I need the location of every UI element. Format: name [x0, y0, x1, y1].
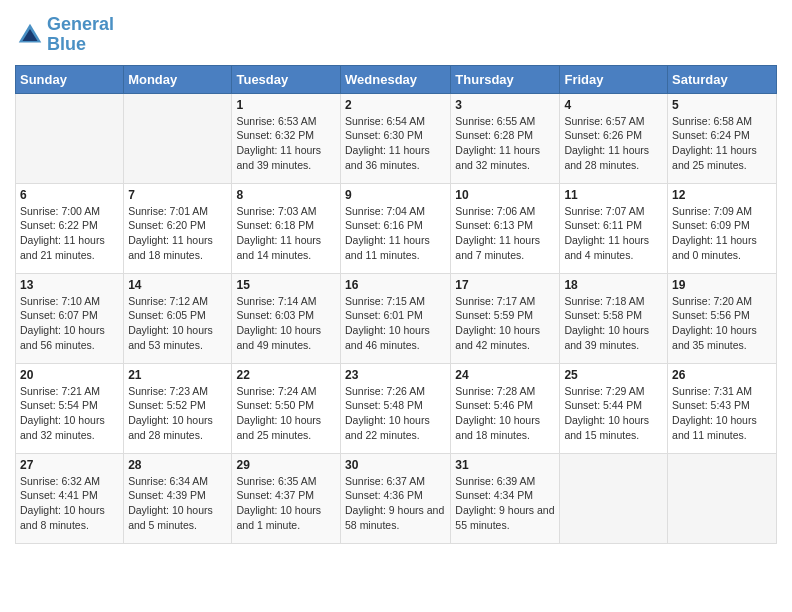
day-number: 15: [236, 278, 336, 292]
week-row-3: 13Sunrise: 7:10 AM Sunset: 6:07 PM Dayli…: [16, 273, 777, 363]
calendar-cell: 2Sunrise: 6:54 AM Sunset: 6:30 PM Daylig…: [341, 93, 451, 183]
calendar-cell: 22Sunrise: 7:24 AM Sunset: 5:50 PM Dayli…: [232, 363, 341, 453]
day-header-thursday: Thursday: [451, 65, 560, 93]
calendar-cell: [124, 93, 232, 183]
day-info: Sunrise: 7:20 AM Sunset: 5:56 PM Dayligh…: [672, 294, 772, 353]
logo-icon: [15, 20, 45, 50]
day-info: Sunrise: 7:28 AM Sunset: 5:46 PM Dayligh…: [455, 384, 555, 443]
day-number: 11: [564, 188, 663, 202]
day-header-monday: Monday: [124, 65, 232, 93]
day-info: Sunrise: 7:00 AM Sunset: 6:22 PM Dayligh…: [20, 204, 119, 263]
calendar-cell: [668, 453, 777, 543]
day-number: 13: [20, 278, 119, 292]
day-info: Sunrise: 7:18 AM Sunset: 5:58 PM Dayligh…: [564, 294, 663, 353]
calendar-cell: 31Sunrise: 6:39 AM Sunset: 4:34 PM Dayli…: [451, 453, 560, 543]
calendar-cell: 11Sunrise: 7:07 AM Sunset: 6:11 PM Dayli…: [560, 183, 668, 273]
calendar-cell: 8Sunrise: 7:03 AM Sunset: 6:18 PM Daylig…: [232, 183, 341, 273]
day-number: 3: [455, 98, 555, 112]
day-number: 14: [128, 278, 227, 292]
calendar-cell: 17Sunrise: 7:17 AM Sunset: 5:59 PM Dayli…: [451, 273, 560, 363]
day-number: 9: [345, 188, 446, 202]
day-number: 27: [20, 458, 119, 472]
calendar-cell: 13Sunrise: 7:10 AM Sunset: 6:07 PM Dayli…: [16, 273, 124, 363]
day-info: Sunrise: 6:32 AM Sunset: 4:41 PM Dayligh…: [20, 474, 119, 533]
day-info: Sunrise: 6:57 AM Sunset: 6:26 PM Dayligh…: [564, 114, 663, 173]
day-number: 2: [345, 98, 446, 112]
day-number: 6: [20, 188, 119, 202]
day-number: 19: [672, 278, 772, 292]
day-info: Sunrise: 7:17 AM Sunset: 5:59 PM Dayligh…: [455, 294, 555, 353]
day-header-wednesday: Wednesday: [341, 65, 451, 93]
day-info: Sunrise: 7:21 AM Sunset: 5:54 PM Dayligh…: [20, 384, 119, 443]
day-info: Sunrise: 7:04 AM Sunset: 6:16 PM Dayligh…: [345, 204, 446, 263]
day-header-friday: Friday: [560, 65, 668, 93]
day-number: 22: [236, 368, 336, 382]
logo: General Blue: [15, 15, 114, 55]
calendar-cell: 27Sunrise: 6:32 AM Sunset: 4:41 PM Dayli…: [16, 453, 124, 543]
day-info: Sunrise: 7:09 AM Sunset: 6:09 PM Dayligh…: [672, 204, 772, 263]
day-info: Sunrise: 7:01 AM Sunset: 6:20 PM Dayligh…: [128, 204, 227, 263]
calendar-cell: 4Sunrise: 6:57 AM Sunset: 6:26 PM Daylig…: [560, 93, 668, 183]
day-info: Sunrise: 6:37 AM Sunset: 4:36 PM Dayligh…: [345, 474, 446, 533]
calendar-cell: 6Sunrise: 7:00 AM Sunset: 6:22 PM Daylig…: [16, 183, 124, 273]
day-number: 26: [672, 368, 772, 382]
day-info: Sunrise: 6:39 AM Sunset: 4:34 PM Dayligh…: [455, 474, 555, 533]
day-number: 28: [128, 458, 227, 472]
day-number: 31: [455, 458, 555, 472]
calendar-cell: 28Sunrise: 6:34 AM Sunset: 4:39 PM Dayli…: [124, 453, 232, 543]
day-number: 24: [455, 368, 555, 382]
day-header-sunday: Sunday: [16, 65, 124, 93]
week-row-4: 20Sunrise: 7:21 AM Sunset: 5:54 PM Dayli…: [16, 363, 777, 453]
day-info: Sunrise: 7:15 AM Sunset: 6:01 PM Dayligh…: [345, 294, 446, 353]
day-info: Sunrise: 7:29 AM Sunset: 5:44 PM Dayligh…: [564, 384, 663, 443]
day-info: Sunrise: 6:53 AM Sunset: 6:32 PM Dayligh…: [236, 114, 336, 173]
day-info: Sunrise: 7:03 AM Sunset: 6:18 PM Dayligh…: [236, 204, 336, 263]
day-number: 30: [345, 458, 446, 472]
day-number: 1: [236, 98, 336, 112]
day-number: 5: [672, 98, 772, 112]
calendar-cell: 21Sunrise: 7:23 AM Sunset: 5:52 PM Dayli…: [124, 363, 232, 453]
day-number: 12: [672, 188, 772, 202]
day-info: Sunrise: 6:55 AM Sunset: 6:28 PM Dayligh…: [455, 114, 555, 173]
calendar-cell: [16, 93, 124, 183]
day-header-saturday: Saturday: [668, 65, 777, 93]
day-number: 21: [128, 368, 227, 382]
calendar-cell: 15Sunrise: 7:14 AM Sunset: 6:03 PM Dayli…: [232, 273, 341, 363]
calendar-cell: 24Sunrise: 7:28 AM Sunset: 5:46 PM Dayli…: [451, 363, 560, 453]
calendar-cell: 30Sunrise: 6:37 AM Sunset: 4:36 PM Dayli…: [341, 453, 451, 543]
calendar-cell: [560, 453, 668, 543]
calendar-cell: 5Sunrise: 6:58 AM Sunset: 6:24 PM Daylig…: [668, 93, 777, 183]
day-number: 18: [564, 278, 663, 292]
day-info: Sunrise: 6:54 AM Sunset: 6:30 PM Dayligh…: [345, 114, 446, 173]
day-info: Sunrise: 6:34 AM Sunset: 4:39 PM Dayligh…: [128, 474, 227, 533]
day-info: Sunrise: 7:23 AM Sunset: 5:52 PM Dayligh…: [128, 384, 227, 443]
day-info: Sunrise: 6:35 AM Sunset: 4:37 PM Dayligh…: [236, 474, 336, 533]
calendar-cell: 23Sunrise: 7:26 AM Sunset: 5:48 PM Dayli…: [341, 363, 451, 453]
week-row-1: 1Sunrise: 6:53 AM Sunset: 6:32 PM Daylig…: [16, 93, 777, 183]
calendar-cell: 1Sunrise: 6:53 AM Sunset: 6:32 PM Daylig…: [232, 93, 341, 183]
day-number: 16: [345, 278, 446, 292]
day-info: Sunrise: 7:06 AM Sunset: 6:13 PM Dayligh…: [455, 204, 555, 263]
day-info: Sunrise: 7:07 AM Sunset: 6:11 PM Dayligh…: [564, 204, 663, 263]
calendar-cell: 18Sunrise: 7:18 AM Sunset: 5:58 PM Dayli…: [560, 273, 668, 363]
calendar-cell: 16Sunrise: 7:15 AM Sunset: 6:01 PM Dayli…: [341, 273, 451, 363]
day-number: 17: [455, 278, 555, 292]
calendar-cell: 29Sunrise: 6:35 AM Sunset: 4:37 PM Dayli…: [232, 453, 341, 543]
calendar-cell: 9Sunrise: 7:04 AM Sunset: 6:16 PM Daylig…: [341, 183, 451, 273]
page-header: General Blue: [15, 15, 777, 55]
day-info: Sunrise: 7:14 AM Sunset: 6:03 PM Dayligh…: [236, 294, 336, 353]
day-number: 23: [345, 368, 446, 382]
calendar-cell: 3Sunrise: 6:55 AM Sunset: 6:28 PM Daylig…: [451, 93, 560, 183]
day-info: Sunrise: 7:24 AM Sunset: 5:50 PM Dayligh…: [236, 384, 336, 443]
logo-text: General Blue: [47, 15, 114, 55]
day-number: 4: [564, 98, 663, 112]
day-number: 20: [20, 368, 119, 382]
calendar-cell: 19Sunrise: 7:20 AM Sunset: 5:56 PM Dayli…: [668, 273, 777, 363]
day-info: Sunrise: 7:26 AM Sunset: 5:48 PM Dayligh…: [345, 384, 446, 443]
calendar-cell: 20Sunrise: 7:21 AM Sunset: 5:54 PM Dayli…: [16, 363, 124, 453]
week-row-5: 27Sunrise: 6:32 AM Sunset: 4:41 PM Dayli…: [16, 453, 777, 543]
day-info: Sunrise: 6:58 AM Sunset: 6:24 PM Dayligh…: [672, 114, 772, 173]
calendar-cell: 12Sunrise: 7:09 AM Sunset: 6:09 PM Dayli…: [668, 183, 777, 273]
day-info: Sunrise: 7:31 AM Sunset: 5:43 PM Dayligh…: [672, 384, 772, 443]
calendar-table: SundayMondayTuesdayWednesdayThursdayFrid…: [15, 65, 777, 544]
